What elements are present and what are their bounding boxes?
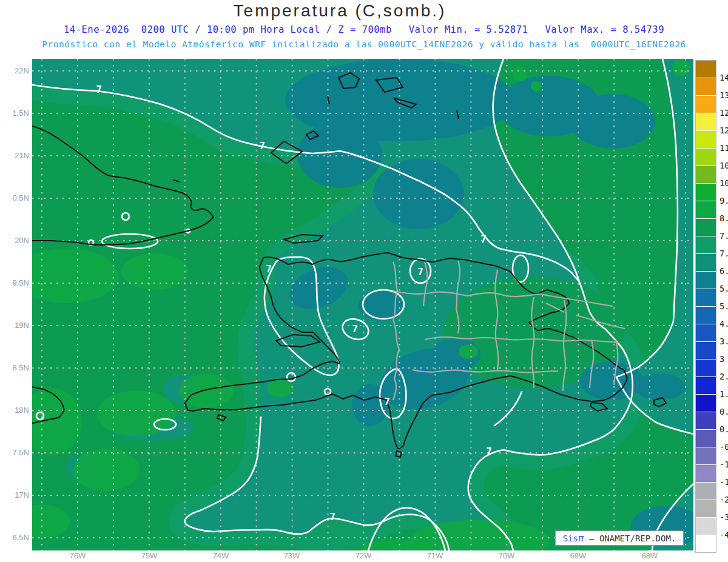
colorbar-tick: 1.6 [720, 389, 728, 399]
watermark-box: Sisπ – ONAMET/REP.DOM. [555, 530, 684, 546]
colorbar-tick: 5.1 [720, 301, 728, 311]
colorbar-tick: 9.3 [720, 196, 728, 206]
watermark-org: ONAMET/REP.DOM. [599, 534, 676, 543]
colorbar-cell [696, 236, 716, 253]
y-axis-tick: 8.5N [0, 363, 29, 372]
colorbar-tick: 3 [720, 354, 724, 364]
watermark-brand: Sis [563, 534, 578, 543]
y-axis-tick: 18N [0, 406, 29, 415]
colorbar-cell [696, 395, 716, 412]
map-canvas: 777777777 [32, 59, 693, 550]
contour-label-7: 7 [384, 396, 390, 407]
colorbar-cell [696, 412, 716, 429]
x-axis-tick: 73W [277, 551, 307, 560]
colorbar-tick: 0.9 [720, 407, 728, 416]
valid-time-text: 14-Ene-2026 0200 UTC / 10:00 pm Hora Loc… [64, 24, 392, 35]
colorbar-tick: 3.7 [720, 336, 728, 346]
weather-map-page: Temperatura (C,somb.) 14-Ene-2026 0200 U… [0, 0, 728, 562]
colorbar-cell [696, 289, 716, 306]
colorbar-tick: 11.4 [720, 143, 728, 153]
colorbar-tick: -2.6 [720, 495, 728, 504]
colorbar-tick: 7.2 [720, 249, 728, 258]
colorbar-cell [696, 78, 716, 95]
colorbar-cell [696, 535, 716, 552]
colorbar-cell [696, 113, 716, 130]
x-axis-tick: 75W [134, 551, 164, 560]
contour-label-7: 7 [486, 446, 492, 457]
y-axis-tick: 9.5N [0, 278, 29, 287]
contour-label-7: 7 [480, 233, 487, 245]
contour-label-7: 7 [417, 266, 423, 278]
colorbar-cell [696, 219, 716, 236]
value-max-text: Valor Max. = 8.54739 [545, 24, 664, 35]
colorbar-tick: 14.2 [720, 73, 728, 82]
colorbar-tick: 8.6 [720, 213, 728, 223]
colorbar-cell [696, 465, 716, 482]
colorbar-cell [696, 324, 716, 341]
colorbar-cell [696, 131, 716, 148]
colorbar-cell [696, 342, 716, 359]
contour-label-7: 7 [329, 511, 335, 523]
y-axis-tick: 22N [0, 66, 29, 75]
colorbar-cell [696, 500, 716, 517]
x-axis-tick: 71W [420, 551, 450, 560]
watermark-dash: – [584, 534, 599, 543]
contour-label-7: 7 [259, 140, 265, 152]
colorbar-cell [696, 360, 716, 376]
colorbar-tick: -4 [720, 530, 728, 540]
colorbar-tick: 12.1 [720, 125, 728, 135]
colorbar-tick: 5.8 [720, 284, 728, 293]
y-axis-tick: 1.5N [0, 109, 29, 118]
contour-label-7: 7 [96, 84, 102, 95]
x-axis-tick: 69W [563, 551, 593, 560]
colorbar-cell [696, 61, 716, 78]
x-axis-tick: 76W [62, 551, 93, 560]
colorbar-tick: 0.2 [720, 424, 728, 434]
colorbar-tick: 10.7 [720, 161, 728, 170]
y-axis-tick: 19N [0, 321, 29, 330]
colorbar-cell [696, 254, 716, 271]
y-axis-tick: 17N [0, 490, 29, 500]
y-axis-tick: 6.5N [0, 533, 29, 542]
colorbar-cell [696, 483, 716, 500]
y-axis-tick: 21N [0, 151, 29, 160]
colorbar-tick: 7.9 [720, 231, 728, 241]
colorbar-cell [696, 201, 716, 218]
colorbar-tick: -0.5 [720, 442, 728, 452]
colorbar-cell [696, 166, 716, 183]
forecast-time-line: 14-Ene-2026 0200 UTC / 10:00 pm Hora Loc… [0, 24, 728, 35]
colorbar-cell [696, 307, 716, 324]
y-axis-tick: 0.5N [0, 193, 29, 202]
contour-label-7: 7 [352, 323, 358, 335]
x-axis-tick: 70W [491, 551, 522, 560]
colorbar-tick: 4.4 [720, 319, 728, 329]
colorbar-cell [696, 272, 716, 289]
page-title: Temperatura (C,somb.) [0, 1, 679, 21]
colorbar-tick: -1.9 [720, 477, 728, 487]
colorbar-tick: 6.5 [720, 266, 728, 276]
colorbar-tick: -3.3 [720, 512, 728, 522]
colorbar-tick: 13.5 [720, 90, 728, 100]
colorbar-tick: 12.8 [720, 108, 728, 118]
colorbar-cell [696, 377, 716, 394]
colorbar-tick: -1.2 [720, 460, 728, 469]
colorbar-cell [696, 430, 716, 447]
colorbar-cell [696, 96, 716, 113]
x-axis-tick: 72W [348, 551, 379, 560]
colorbar-cell [696, 518, 716, 535]
colorbar-cell [696, 149, 716, 166]
x-axis-tick: 74W [206, 551, 236, 560]
model-info-line: Pronóstico con el Modelo Atmósferico WRF… [0, 39, 728, 49]
x-axis-tick: 68W [635, 551, 665, 560]
colorbar-cell [696, 447, 716, 464]
pi-icon: π [578, 532, 584, 544]
value-min-text: Valor Min. = 5.52871 [409, 24, 528, 35]
colorbar [695, 60, 716, 553]
colorbar-tick: 2.3 [720, 372, 728, 381]
y-axis-tick: 20N [0, 236, 29, 245]
y-axis-tick: 7.5N [0, 448, 29, 457]
colorbar-tick: 10 [720, 178, 728, 188]
colorbar-cell [696, 184, 716, 201]
contour-label-7: 7 [266, 263, 272, 275]
